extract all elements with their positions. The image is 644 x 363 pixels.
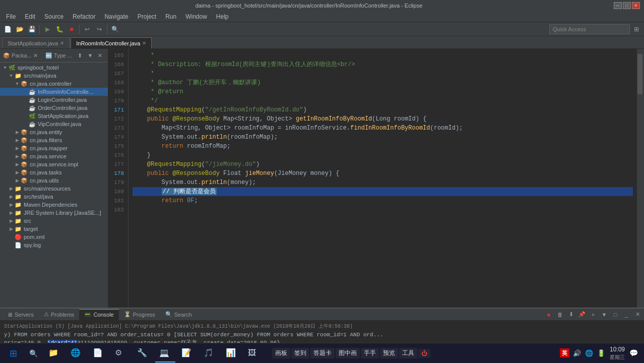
tree-item-order-controller[interactable]: ☕ OrderController.java [0, 104, 108, 112]
scroll-end-btn[interactable]: ⬇ [566, 310, 575, 319]
cn-btn-datika[interactable]: 答题卡 [310, 348, 335, 358]
run-button[interactable]: ▶ [42, 24, 53, 35]
menu-project[interactable]: Project [134, 12, 160, 21]
tab-problems[interactable]: ⚠ Problems [39, 309, 79, 320]
code-editor[interactable]: 165 166 167 168 169 170 171 172 173 174 … [108, 49, 644, 308]
open-button[interactable]: 📂 [14, 24, 25, 35]
tree-label: src [24, 218, 31, 224]
tree-item-jre[interactable]: ▶ 📁 JRE System Library [JavaSE...] [0, 209, 108, 217]
menu-source[interactable]: Source [40, 12, 68, 21]
cn-btn-gongju[interactable]: 工具 [399, 348, 417, 358]
tree-item-entity-pkg[interactable]: ▶ 📦 cn.java.entity [0, 128, 108, 136]
menu-file[interactable]: File [2, 12, 20, 21]
tree-item-resources[interactable]: ▶ 📁 src/main/resources [0, 185, 108, 193]
sidebar-collapse-btn[interactable]: ⬆ [76, 51, 85, 60]
time-display[interactable]: 10:09 星期三 [610, 345, 625, 361]
menu-edit[interactable]: Edit [21, 12, 39, 21]
menu-window[interactable]: Window [181, 12, 211, 21]
notification-icon[interactable]: 💬 [629, 348, 638, 357]
taskbar-app-music[interactable]: 🎵 [200, 344, 220, 362]
tab-start-application[interactable]: StartApplication.java ✕ [2, 37, 70, 48]
tab-label-active: InRoomInfoController.java [76, 40, 140, 46]
tree-item-filters-pkg[interactable]: ▶ 📦 cn.java.filters [0, 136, 108, 144]
debug-button[interactable]: 🐛 [54, 24, 65, 35]
tree-item-login-controller[interactable]: ☕ LoginController.java [0, 96, 108, 104]
tree-item-service-pkg[interactable]: ▶ 📦 cn.java.service [0, 152, 108, 160]
tab-close-start[interactable]: ✕ [60, 40, 64, 46]
clear-console-btn[interactable]: 🗑 [555, 310, 564, 319]
tree-item-src-main[interactable]: ▼ 📁 src/main/java [0, 72, 108, 80]
scrollbar-thumb [637, 54, 642, 94]
menu-run[interactable]: Run [161, 12, 180, 21]
menu-refactor[interactable]: Refactor [69, 12, 99, 21]
tree-item-target[interactable]: ▶ 📁 target [0, 225, 108, 233]
maximize-button[interactable]: □ [623, 2, 631, 9]
save-button[interactable]: 💾 [26, 24, 37, 35]
toolbar-btn-3[interactable]: ↩ [82, 24, 93, 35]
tree-item-maven-deps[interactable]: ▶ 📁 Maven Dependencies [0, 201, 108, 209]
tab-console[interactable]: 📟 Console [79, 309, 118, 320]
toolbar-btn-5[interactable]: 🔍 [109, 24, 120, 35]
tree-item-mapper-pkg[interactable]: ▶ 📦 cn.java.mapper [0, 144, 108, 152]
taskbar-app-explorer[interactable]: 📁 [44, 344, 65, 362]
tab-close-inroom[interactable]: ✕ [142, 40, 146, 46]
tree-item-controller-pkg[interactable]: ▼ 📦 cn.java.controller [0, 80, 108, 88]
taskbar-app-data[interactable]: 📊 [222, 344, 242, 362]
date: 星期三 [610, 354, 625, 361]
menu-help[interactable]: Help [212, 12, 233, 21]
tree-item-utils-pkg[interactable]: ▶ 📦 cn.java.utils [0, 176, 108, 185]
tree-item-pom[interactable]: 🔴 pom.xml [0, 233, 108, 241]
code-content[interactable]: * * Description: 根据roomId(房间主键)查询出入住人的详细… [128, 49, 637, 308]
battery-icon[interactable]: 🔋 [597, 348, 606, 357]
tree-item-vip-controller[interactable]: ☕ VipController.java [0, 120, 108, 128]
taskbar-app-settings[interactable]: ⚙ [111, 344, 131, 362]
search-taskbar[interactable]: 🔍 [24, 344, 42, 362]
editor-scrollbar[interactable] [637, 49, 644, 308]
toolbar-btn-4[interactable]: ↪ [94, 24, 105, 35]
minimize-button[interactable]: ─ [614, 2, 622, 9]
close-button[interactable]: ✕ [632, 2, 640, 9]
minimize-console-btn[interactable]: _ [622, 310, 631, 319]
tree-item-tasks-pkg[interactable]: ▶ 📦 cn.java.tasks [0, 168, 108, 176]
stop-console-btn[interactable]: ■ [544, 310, 553, 319]
new-console-btn[interactable]: + [589, 310, 598, 319]
cn-btn-shoushou[interactable]: 手手 [361, 348, 379, 358]
taskbar-app-files[interactable]: 📄 [89, 344, 109, 362]
quick-access-box[interactable]: Quick Access [549, 24, 630, 34]
tree-item-service-impl-pkg[interactable]: ▶ 📦 cn.java.service.impl [0, 160, 108, 168]
stop-button[interactable]: ■ [66, 24, 77, 35]
tree-item-inroom-controller[interactable]: ☕ InRoomInfoControlle... [0, 88, 108, 96]
taskbar-app-editor[interactable]: 📝 [177, 344, 198, 362]
cn-btn-yulan[interactable]: 预览 [380, 348, 398, 358]
tree-item-springboot-hotel[interactable]: ▼ 🌿 springboot_hotel [0, 64, 108, 72]
taskbar-app-img[interactable]: 🖼 [244, 344, 264, 362]
tree-item-test-java[interactable]: ▶ 📁 src/test/java [0, 193, 108, 201]
new-button[interactable]: 📄 [2, 24, 13, 35]
cn-btn-qiandao[interactable]: 签到 [291, 348, 309, 358]
sidebar-close-btn[interactable]: ✕ [96, 51, 105, 60]
close-console-btn[interactable]: ✕ [633, 310, 642, 319]
input-method-icon[interactable]: 英 [560, 348, 569, 357]
tree-item-start-app[interactable]: 🌿 StartApplication.java [0, 112, 108, 120]
cn-btn-tuzhonghua[interactable]: 图中画 [336, 348, 360, 358]
tab-inroom-controller[interactable]: InRoomInfoController.java ✕ [71, 37, 152, 48]
console-view-btn[interactable]: ▼ [600, 310, 609, 319]
taskbar-app-eclipse[interactable]: 💻 [155, 344, 175, 362]
menu-navigate[interactable]: Navigate [100, 12, 132, 21]
tab-servers[interactable]: 🖥 Servers [2, 309, 39, 320]
pin-console-btn[interactable]: 📌 [577, 310, 587, 319]
tree-item-src[interactable]: ▶ 📁 src [0, 217, 108, 225]
start-button[interactable]: ⊞ [4, 344, 22, 362]
tree-item-spy-log[interactable]: 📄 spy.log [0, 241, 108, 249]
tab-search[interactable]: 🔍 Search [160, 309, 197, 320]
sidebar-menu-btn[interactable]: ▼ [86, 51, 95, 60]
taskbar-app-chrome[interactable]: 🌐 [67, 344, 87, 362]
perspective-button[interactable]: ⊞ [631, 24, 642, 35]
cn-btn-huaban[interactable]: 画板 [272, 348, 290, 358]
sound-icon[interactable]: 🔊 [572, 348, 582, 357]
cn-btn-power[interactable]: ⏻ [418, 349, 430, 358]
taskbar-app-tool1[interactable]: 🔧 [133, 344, 153, 362]
network-icon[interactable]: 🌐 [585, 348, 594, 357]
maximize-console-btn[interactable]: □ [611, 310, 620, 319]
tab-progress[interactable]: ⏳ Progress [119, 309, 160, 320]
